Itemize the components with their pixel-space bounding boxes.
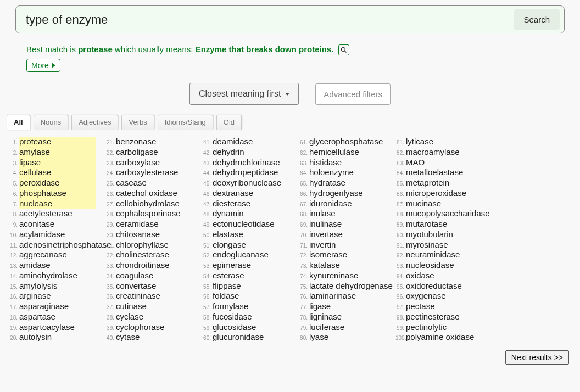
result-word[interactable]: oxidase: [406, 271, 434, 280]
result-word[interactable]: isomerase: [309, 250, 347, 259]
result-word[interactable]: ectonucleotidase: [213, 219, 275, 228]
magnify-button[interactable]: [338, 44, 349, 55]
result-word[interactable]: benzonase: [116, 137, 156, 146]
result-word[interactable]: cephalosporinase: [116, 209, 181, 218]
result-word[interactable]: pectase: [406, 301, 435, 311]
result-word[interactable]: formylase: [213, 301, 248, 311]
result-word[interactable]: acylamidase: [19, 229, 65, 239]
result-word[interactable]: protease: [19, 137, 51, 146]
tab-old[interactable]: Old: [216, 115, 242, 130]
result-word[interactable]: dextranase: [213, 188, 253, 198]
result-word[interactable]: convertase: [116, 281, 156, 290]
result-word[interactable]: nucleosidase: [406, 260, 454, 270]
match-word[interactable]: protease: [78, 44, 113, 54]
advanced-filters-button[interactable]: Advanced filters: [315, 83, 391, 105]
result-word[interactable]: dehydrin: [213, 147, 244, 156]
result-word[interactable]: lipase: [19, 158, 41, 167]
result-word[interactable]: glucosidase: [213, 322, 256, 332]
result-word[interactable]: MAO: [406, 158, 425, 167]
result-word[interactable]: foldase: [213, 291, 239, 300]
result-word[interactable]: diesterase: [213, 199, 250, 208]
result-word[interactable]: cyclophorase: [116, 322, 164, 332]
result-word[interactable]: aspartoacylase: [19, 322, 75, 332]
result-word[interactable]: ligninase: [309, 312, 342, 321]
result-word[interactable]: dynamin: [213, 209, 244, 218]
result-word[interactable]: neuraminidase: [406, 250, 460, 259]
result-word[interactable]: mucopolysaccharidase: [406, 209, 490, 218]
result-word[interactable]: amylase: [19, 147, 50, 156]
result-word[interactable]: elastase: [213, 229, 243, 239]
result-word[interactable]: chondroitinase: [116, 260, 170, 270]
result-word[interactable]: pectinesterase: [406, 312, 460, 321]
result-word[interactable]: casease: [116, 178, 147, 187]
result-word[interactable]: invertase: [309, 229, 343, 239]
result-word[interactable]: epimerase: [213, 260, 251, 270]
result-word[interactable]: hemicellulase: [309, 147, 359, 156]
result-word[interactable]: hydratase: [309, 178, 345, 187]
result-word[interactable]: lactate dehydrogenase: [309, 281, 393, 290]
result-word[interactable]: inulinase: [309, 219, 342, 228]
result-word[interactable]: laminarinase: [309, 291, 356, 300]
result-word[interactable]: autolysin: [19, 332, 52, 341]
more-button[interactable]: More: [26, 59, 60, 72]
result-word[interactable]: myotubularin: [406, 229, 453, 239]
result-word[interactable]: adenosinetriphosphatase: [19, 240, 111, 249]
result-word[interactable]: aspartase: [19, 312, 55, 321]
sort-dropdown[interactable]: Closest meaning first: [189, 83, 299, 105]
result-word[interactable]: fucosidase: [213, 312, 252, 321]
result-word[interactable]: cellobiohydrolase: [116, 199, 180, 208]
result-word[interactable]: aconitase: [19, 219, 54, 228]
result-word[interactable]: histidase: [309, 158, 342, 167]
result-word[interactable]: deamidase: [213, 137, 253, 146]
tab-adjectives[interactable]: Adjectives: [71, 115, 118, 130]
result-word[interactable]: pectinolytic: [406, 322, 447, 332]
tab-idioms-slang[interactable]: Idioms/Slang: [158, 115, 213, 130]
result-word[interactable]: dehydrochlorinase: [213, 158, 280, 167]
result-word[interactable]: lyticase: [406, 137, 433, 146]
result-word[interactable]: acetylesterase: [19, 209, 72, 218]
result-word[interactable]: hydrogenlyase: [309, 188, 363, 198]
tab-all[interactable]: All: [7, 115, 30, 130]
result-word[interactable]: dehydropeptidase: [213, 167, 278, 177]
result-word[interactable]: metalloelastase: [406, 167, 463, 177]
result-word[interactable]: creatininase: [116, 291, 160, 300]
result-word[interactable]: lyase: [309, 332, 328, 341]
result-word[interactable]: arginase: [19, 291, 51, 300]
result-word[interactable]: nuclease: [19, 199, 52, 208]
result-word[interactable]: inulase: [309, 209, 336, 218]
result-word[interactable]: carboxylesterase: [116, 167, 178, 177]
result-word[interactable]: endoglucanase: [213, 250, 269, 259]
result-word[interactable]: cyclase: [116, 312, 143, 321]
result-word[interactable]: myrosinase: [406, 240, 448, 249]
result-word[interactable]: mucinase: [406, 199, 441, 208]
result-word[interactable]: amylolysis: [19, 281, 57, 290]
result-word[interactable]: microperoxidase: [406, 188, 466, 198]
result-word[interactable]: carboxylase: [116, 158, 160, 167]
search-input[interactable]: [26, 13, 514, 27]
result-word[interactable]: aminohydrolase: [19, 271, 77, 280]
result-word[interactable]: peroxidase: [19, 178, 59, 187]
result-word[interactable]: flippase: [213, 281, 241, 290]
result-word[interactable]: luciferase: [309, 322, 344, 332]
result-word[interactable]: aggrecanase: [19, 250, 67, 259]
result-word[interactable]: glucuronidase: [213, 332, 264, 341]
result-word[interactable]: macroamylase: [406, 147, 460, 156]
result-word[interactable]: chlorophyllase: [116, 240, 169, 249]
result-word[interactable]: cellulase: [19, 167, 51, 177]
result-word[interactable]: holoenzyme: [309, 167, 354, 177]
result-word[interactable]: carboligase: [116, 147, 158, 156]
result-word[interactable]: deoxyribonuclease: [213, 178, 281, 187]
result-word[interactable]: asparaginase: [19, 301, 69, 311]
result-word[interactable]: ceramidase: [116, 219, 159, 228]
result-word[interactable]: phosphatase: [19, 188, 66, 198]
result-word[interactable]: elongase: [213, 240, 246, 249]
result-word[interactable]: metaprotein: [406, 178, 449, 187]
result-word[interactable]: cytase: [116, 332, 140, 341]
result-word[interactable]: glycerophosphatase: [309, 137, 383, 146]
result-word[interactable]: ligase: [309, 301, 331, 311]
result-word[interactable]: oxidoreductase: [406, 281, 462, 290]
next-results-button[interactable]: Next results >>: [505, 350, 569, 365]
result-word[interactable]: chitosanase: [116, 229, 160, 239]
result-word[interactable]: iduronidase: [309, 199, 352, 208]
search-button[interactable]: Search: [514, 9, 560, 30]
